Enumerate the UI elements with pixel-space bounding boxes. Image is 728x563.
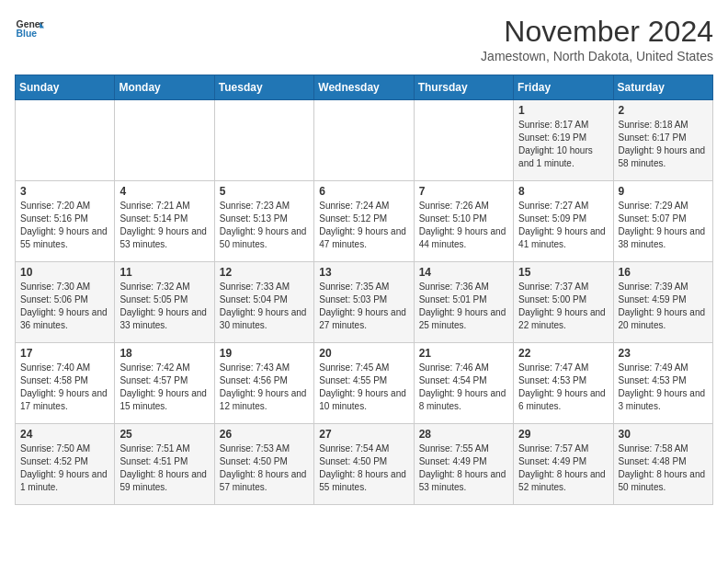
calendar-cell: 3Sunrise: 7:20 AM Sunset: 5:16 PM Daylig…	[16, 181, 115, 262]
day-number: 30	[619, 428, 708, 441]
calendar-cell: 27Sunrise: 7:54 AM Sunset: 4:50 PM Dayli…	[314, 424, 414, 505]
day-info: Sunrise: 7:32 AM Sunset: 5:05 PM Dayligh…	[119, 281, 209, 332]
day-number: 28	[419, 428, 508, 441]
calendar-cell: 28Sunrise: 7:55 AM Sunset: 4:49 PM Dayli…	[414, 424, 513, 505]
calendar-cell: 7Sunrise: 7:26 AM Sunset: 5:10 PM Daylig…	[414, 181, 513, 262]
calendar-cell: 1Sunrise: 8:17 AM Sunset: 6:19 PM Daylig…	[514, 100, 613, 181]
calendar-cell: 17Sunrise: 7:40 AM Sunset: 4:58 PM Dayli…	[16, 343, 115, 424]
calendar-cell: 20Sunrise: 7:45 AM Sunset: 4:55 PM Dayli…	[314, 343, 414, 424]
calendar-cell	[214, 100, 313, 181]
calendar-cell	[414, 100, 513, 181]
day-of-week-header: Wednesday	[314, 75, 414, 100]
day-info: Sunrise: 7:26 AM Sunset: 5:10 PM Dayligh…	[419, 200, 508, 251]
day-number: 25	[119, 428, 209, 441]
day-info: Sunrise: 7:45 AM Sunset: 4:55 PM Dayligh…	[319, 362, 408, 413]
day-number: 23	[619, 347, 708, 360]
day-info: Sunrise: 7:57 AM Sunset: 4:49 PM Dayligh…	[518, 442, 608, 494]
calendar-cell: 25Sunrise: 7:51 AM Sunset: 4:51 PM Dayli…	[115, 424, 214, 505]
day-info: Sunrise: 7:36 AM Sunset: 5:01 PM Dayligh…	[419, 281, 508, 332]
day-number: 26	[220, 428, 309, 441]
day-info: Sunrise: 7:42 AM Sunset: 4:57 PM Dayligh…	[119, 362, 209, 413]
day-number: 4	[119, 185, 209, 198]
calendar-cell: 15Sunrise: 7:37 AM Sunset: 5:00 PM Dayli…	[514, 262, 613, 343]
calendar-cell: 23Sunrise: 7:49 AM Sunset: 4:53 PM Dayli…	[613, 343, 712, 424]
calendar-cell: 24Sunrise: 7:50 AM Sunset: 4:52 PM Dayli…	[16, 424, 115, 505]
day-info: Sunrise: 7:49 AM Sunset: 4:53 PM Dayligh…	[619, 362, 708, 413]
day-info: Sunrise: 7:37 AM Sunset: 5:00 PM Dayligh…	[518, 281, 608, 332]
day-number: 13	[319, 266, 408, 279]
day-info: Sunrise: 7:58 AM Sunset: 4:48 PM Dayligh…	[619, 442, 708, 494]
day-info: Sunrise: 7:35 AM Sunset: 5:03 PM Dayligh…	[319, 281, 408, 332]
day-info: Sunrise: 7:50 AM Sunset: 4:52 PM Dayligh…	[20, 442, 109, 494]
day-number: 6	[319, 185, 408, 198]
day-info: Sunrise: 7:51 AM Sunset: 4:51 PM Dayligh…	[119, 442, 209, 494]
day-info: Sunrise: 7:54 AM Sunset: 4:50 PM Dayligh…	[319, 442, 408, 494]
title-block: November 2024 Jamestown, North Dakota, U…	[481, 15, 713, 63]
day-info: Sunrise: 7:24 AM Sunset: 5:12 PM Dayligh…	[319, 200, 408, 251]
calendar-cell: 10Sunrise: 7:30 AM Sunset: 5:06 PM Dayli…	[16, 262, 115, 343]
day-number: 17	[20, 347, 109, 360]
day-info: Sunrise: 7:53 AM Sunset: 4:50 PM Dayligh…	[220, 442, 309, 494]
day-of-week-header: Thursday	[414, 75, 513, 100]
svg-text:Blue: Blue	[17, 29, 38, 39]
calendar-cell: 13Sunrise: 7:35 AM Sunset: 5:03 PM Dayli…	[314, 262, 414, 343]
day-of-week-header: Saturday	[613, 75, 712, 100]
day-number: 16	[619, 266, 708, 279]
day-info: Sunrise: 7:23 AM Sunset: 5:13 PM Dayligh…	[220, 200, 309, 251]
day-info: Sunrise: 7:46 AM Sunset: 4:54 PM Dayligh…	[419, 362, 508, 413]
calendar-cell: 2Sunrise: 8:18 AM Sunset: 6:17 PM Daylig…	[613, 100, 712, 181]
day-info: Sunrise: 7:39 AM Sunset: 4:59 PM Dayligh…	[619, 281, 708, 332]
day-info: Sunrise: 8:17 AM Sunset: 6:19 PM Dayligh…	[518, 119, 608, 170]
calendar-cell: 16Sunrise: 7:39 AM Sunset: 4:59 PM Dayli…	[613, 262, 712, 343]
page-header: General Blue November 2024 Jamestown, No…	[15, 15, 713, 63]
day-info: Sunrise: 7:20 AM Sunset: 5:16 PM Dayligh…	[20, 200, 109, 251]
month-title: November 2024	[481, 15, 713, 49]
day-number: 12	[220, 266, 309, 279]
calendar-cell	[16, 100, 115, 181]
calendar-cell: 19Sunrise: 7:43 AM Sunset: 4:56 PM Dayli…	[214, 343, 313, 424]
day-number: 19	[220, 347, 309, 360]
day-number: 8	[518, 185, 608, 198]
day-of-week-header: Friday	[514, 75, 613, 100]
day-of-week-header: Monday	[115, 75, 214, 100]
calendar-cell: 11Sunrise: 7:32 AM Sunset: 5:05 PM Dayli…	[115, 262, 214, 343]
day-info: Sunrise: 7:55 AM Sunset: 4:49 PM Dayligh…	[419, 442, 508, 494]
day-number: 21	[419, 347, 508, 360]
day-info: Sunrise: 7:33 AM Sunset: 5:04 PM Dayligh…	[220, 281, 309, 332]
calendar-cell: 22Sunrise: 7:47 AM Sunset: 4:53 PM Dayli…	[514, 343, 613, 424]
day-number: 14	[419, 266, 508, 279]
day-info: Sunrise: 7:30 AM Sunset: 5:06 PM Dayligh…	[20, 281, 109, 332]
calendar-cell: 9Sunrise: 7:29 AM Sunset: 5:07 PM Daylig…	[613, 181, 712, 262]
day-number: 20	[319, 347, 408, 360]
calendar-cell	[115, 100, 214, 181]
day-of-week-header: Sunday	[16, 75, 115, 100]
day-info: Sunrise: 7:29 AM Sunset: 5:07 PM Dayligh…	[619, 200, 708, 251]
calendar-cell: 30Sunrise: 7:58 AM Sunset: 4:48 PM Dayli…	[613, 424, 712, 505]
calendar-cell: 8Sunrise: 7:27 AM Sunset: 5:09 PM Daylig…	[514, 181, 613, 262]
day-number: 5	[220, 185, 309, 198]
day-number: 7	[419, 185, 508, 198]
day-number: 9	[619, 185, 708, 198]
logo-icon: General Blue	[15, 15, 44, 44]
day-number: 18	[119, 347, 209, 360]
day-number: 2	[619, 104, 708, 117]
day-number: 11	[119, 266, 209, 279]
calendar-table: SundayMondayTuesdayWednesdayThursdayFrid…	[15, 75, 713, 505]
day-number: 15	[518, 266, 608, 279]
location: Jamestown, North Dakota, United States	[481, 49, 713, 63]
day-info: Sunrise: 7:43 AM Sunset: 4:56 PM Dayligh…	[220, 362, 309, 413]
day-number: 1	[518, 104, 608, 117]
day-info: Sunrise: 7:40 AM Sunset: 4:58 PM Dayligh…	[20, 362, 109, 413]
calendar-cell: 21Sunrise: 7:46 AM Sunset: 4:54 PM Dayli…	[414, 343, 513, 424]
calendar-cell: 6Sunrise: 7:24 AM Sunset: 5:12 PM Daylig…	[314, 181, 414, 262]
day-number: 24	[20, 428, 109, 441]
calendar-cell: 18Sunrise: 7:42 AM Sunset: 4:57 PM Dayli…	[115, 343, 214, 424]
day-number: 22	[518, 347, 608, 360]
day-number: 10	[20, 266, 109, 279]
day-number: 27	[319, 428, 408, 441]
day-number: 3	[20, 185, 109, 198]
day-info: Sunrise: 7:27 AM Sunset: 5:09 PM Dayligh…	[518, 200, 608, 251]
calendar-cell: 26Sunrise: 7:53 AM Sunset: 4:50 PM Dayli…	[214, 424, 313, 505]
day-of-week-header: Tuesday	[214, 75, 313, 100]
calendar-cell: 29Sunrise: 7:57 AM Sunset: 4:49 PM Dayli…	[514, 424, 613, 505]
